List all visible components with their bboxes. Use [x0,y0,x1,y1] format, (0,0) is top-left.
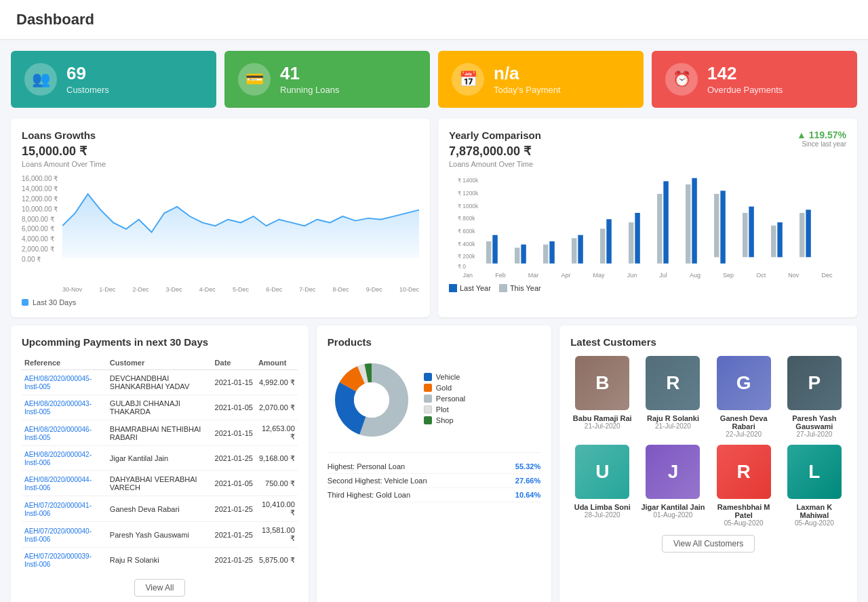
legend-box-this-year [499,284,507,292]
legend-personal [424,395,432,403]
overdue-label: Overdue Payments [707,85,783,95]
donut-chart [328,356,416,444]
avatar: G [717,356,771,410]
customer-cell: DAHYABHAI VEERABHAI VARECH [107,471,212,496]
svg-text:₹ 1000k: ₹ 1000k [458,203,479,209]
donut-area: Vehicle Gold Personal Plot Shop [328,356,540,444]
customer-cell: DEVCHANDBHAI SHANKARBHAI YADAV [107,370,212,395]
view-all-customers-row: View All Customers [570,535,846,553]
date-cell: 2021-01-15 [212,420,256,446]
amount-cell: 4,992.00 ₹ [256,370,298,395]
list-item: R Raju R Solanki 21-Jul-2020 [641,356,705,438]
svg-rect-18 [629,222,633,264]
amount-cell: 2,070.00 ₹ [256,395,298,420]
date-cell: 2021-01-05 [212,471,256,496]
amount-cell: 5,875.00 ₹ [256,548,298,573]
list-item: U Uda Limba Soni 28-Jul-2020 [570,445,634,527]
legend-gold [424,384,432,392]
yearly-since: Since last year [797,140,846,148]
running-loans-number: 41 [280,64,339,82]
col-customer: Customer [107,356,212,370]
date-cell: 2021-01-25 [212,548,256,573]
latest-customers-title: Latest Customers [570,336,846,348]
svg-rect-25 [720,190,725,263]
col-amount: Amount [256,356,298,370]
stat-card-todays-payment: 📅 n/a Today's Payment [438,51,644,108]
ref-cell: AEH/07/2020/000041-Instl-006 [22,496,107,522]
customer-name: Ganesh Deva Rabari [712,414,776,430]
top-bar: Dashboard [0,0,868,40]
amount-cell: 9,168.00 ₹ [256,446,298,471]
avatar: U [575,445,629,499]
product-stats: Highest: Personal Loan 55.32% Second Hig… [328,452,540,502]
stat-card-running-loans: 💳 41 Running Loans [224,51,430,108]
customer-date: 22-Jul-2020 [712,430,776,438]
customer-cell: Ganesh Deva Rabari [107,496,212,522]
svg-rect-11 [521,245,526,264]
yearly-subtitle: Loans Amount Over Time [449,160,541,168]
legend-this-year: This Year [510,284,541,292]
svg-point-38 [354,382,389,418]
avatar: R [717,445,771,499]
legend-shop [424,416,432,424]
customer-date: 21-Jul-2020 [641,422,705,430]
view-all-customers-button[interactable]: View All Customers [662,535,755,553]
svg-text:₹ 600k: ₹ 600k [458,228,475,235]
customer-name: Laxman K Mahiwal [783,503,846,519]
customer-name: Paresh Yash Gauswami [783,414,846,430]
bar-chart-svg: ₹ 1400k ₹ 1200k ₹ 1000k ₹ 800k ₹ 600k ₹ … [449,175,846,270]
customer-name: Babu Ramaji Rai [570,414,634,422]
amount-cell: 750.00 ₹ [256,471,298,496]
avatar: L [787,445,842,499]
customer-date: 05-Aug-2020 [712,519,776,527]
svg-rect-10 [515,247,519,263]
table-row: AEH/08/2020/000045-Instl-005 DEVCHANDBHA… [22,370,298,395]
svg-rect-27 [749,207,753,258]
svg-rect-28 [771,226,776,258]
legend-box-last-year [449,284,457,292]
customers-number: 69 [66,64,109,82]
svg-rect-15 [578,235,583,264]
customer-cell: Paresh Yash Gauswami [107,522,212,548]
customer-grid: B Babu Ramaji Rai 21-Jul-2020 R Raju R S… [570,356,846,527]
legend-label-last30: Last 30 Days [33,298,76,306]
svg-rect-30 [800,213,804,257]
table-row: AEH/08/2020/000043-Instl-005 GULABJI CHH… [22,395,298,420]
customer-cell: GULABJI CHHANAJI THAKARDA [107,395,212,420]
yearly-amount: 7,878,000.00 ₹ [449,144,541,159]
bar-legend: Last Year This Year [449,284,846,292]
svg-rect-23 [692,178,696,264]
svg-rect-13 [549,241,554,264]
loans-growth-card: Loans Growths 15,000.00 ₹ Loans Amount O… [11,119,430,317]
customer-name: Uda Limba Soni [570,503,634,511]
svg-rect-20 [657,194,662,264]
list-item: G Ganesh Deva Rabari 22-Jul-2020 [712,356,776,438]
svg-rect-21 [663,181,668,263]
svg-text:₹ 1400k: ₹ 1400k [458,177,479,184]
list-item: B Babu Ramaji Rai 21-Jul-2020 [570,356,634,438]
amount-cell: 12,653.00 ₹ [256,420,298,446]
svg-text:₹ 400k: ₹ 400k [458,241,475,247]
view-all-button[interactable]: View All [134,579,186,597]
svg-rect-14 [572,238,576,263]
svg-text:₹ 800k: ₹ 800k [458,215,475,222]
view-all-row: View All [22,572,298,597]
loans-growth-amount: 15,000.00 ₹ [22,144,419,159]
upcoming-payments-card: Upcomming Payments in next 30 Days Refer… [11,325,309,602]
todays-payment-icon: 📅 [452,63,484,96]
amount-cell: 10,410.00 ₹ [256,496,298,522]
ref-cell: AEH/07/2020/000040-Instl-006 [22,522,107,548]
customers-icon: 👥 [24,63,57,96]
loans-growth-subtitle: Loans Amount Over Time [22,160,419,168]
y-axis: 16,000.00 ₹ 14,000.00 ₹ 12,000.00 ₹ 10,0… [22,175,62,263]
running-loans-icon: 💳 [238,63,271,96]
table-row: AEH/07/2020/000039-Instl-006 Raju R Sola… [22,548,298,573]
customer-date: 21-Jul-2020 [570,422,634,430]
svg-rect-31 [806,209,810,257]
list-item: P Paresh Yash Gauswami 27-Jul-2020 [783,356,846,438]
table-row: AEH/07/2020/000041-Instl-006 Ganesh Deva… [22,496,298,522]
page-title: Dashboard [16,11,852,28]
payments-table: Reference Customer Date Amount AEH/08/20… [22,356,298,572]
legend-vehicle [424,373,432,381]
ref-cell: AEH/07/2020/000039-Instl-006 [22,548,107,573]
